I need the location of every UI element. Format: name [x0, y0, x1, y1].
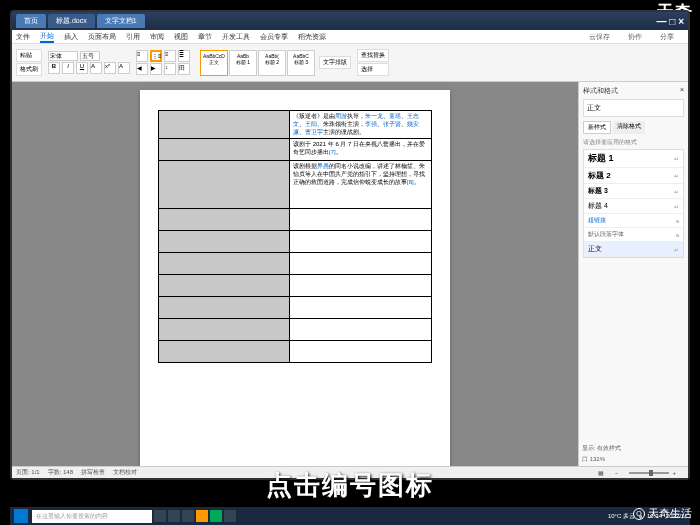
style-item-body[interactable]: 正文↵ — [584, 242, 683, 257]
panel-title: 样式和格式 — [583, 86, 618, 96]
new-style-tab[interactable]: 新样式 — [583, 121, 611, 134]
style-list: 标题 1↵ 标题 2↵ 标题 3↵ 标题 4↵ 超链接a 默认段落字体a 正文↵ — [583, 149, 684, 258]
weather-widget[interactable]: 10°C 多云 — [608, 512, 635, 521]
menu-bar: 文件 开始 插入 页面布局 引用 审阅 视图 章节 开发工具 会员专享 稻壳资源… — [12, 30, 688, 44]
numbering-button[interactable]: ⋮≡ — [150, 50, 162, 62]
align-left-button[interactable]: ≡ — [164, 50, 176, 62]
style-body[interactable]: AaBbCcD正文 — [200, 50, 228, 76]
menu-file[interactable]: 文件 — [16, 32, 30, 42]
taskbar-app-icon[interactable] — [182, 510, 194, 522]
format-painter-button[interactable]: 格式刷 — [16, 63, 42, 76]
text-tool-button[interactable]: 文字排版 — [319, 56, 351, 69]
title-bar: 首页 标题.docx 文字文档1 — □ × — [12, 12, 688, 30]
menu-ref[interactable]: 引用 — [126, 32, 140, 42]
clear-format-tab[interactable]: 清除格式 — [613, 121, 645, 134]
underline-button[interactable]: U — [76, 62, 88, 74]
taskbar-app-icon[interactable] — [210, 510, 222, 522]
share-button[interactable]: 分享 — [660, 32, 674, 42]
style-item-default[interactable]: 默认段落字体a — [584, 228, 683, 242]
cell-r1c2[interactable]: 《叛逆者》是由周游执导，朱一龙、童瑶、王志文、王阳、朱珠领衔主演，李强、张子贤、… — [290, 111, 432, 139]
taskbar-app-icon[interactable] — [196, 510, 208, 522]
menu-addon[interactable]: 稻壳资源 — [298, 32, 326, 42]
menu-view[interactable]: 视图 — [174, 32, 188, 42]
menu-member[interactable]: 会员专享 — [260, 32, 288, 42]
zoom-indicator: 口 132% — [582, 455, 684, 464]
font-select[interactable] — [48, 51, 78, 61]
find-button[interactable]: 查找替换 — [357, 49, 389, 62]
tab-home[interactable]: 首页 — [16, 14, 46, 28]
style-h2[interactable]: AaBb(标题 2 — [258, 50, 286, 76]
taskbar-app-icon[interactable] — [168, 510, 180, 522]
style-item-h4[interactable]: 标题 4↵ — [584, 199, 683, 214]
video-caption: 点击编号图标 — [0, 468, 700, 503]
paste-button[interactable]: 粘贴 — [16, 49, 42, 62]
taskbar-app-icon[interactable] — [224, 510, 236, 522]
tab-doc2[interactable]: 文字文档1 — [97, 14, 145, 28]
bullet-button[interactable]: ≡ — [136, 50, 148, 62]
show-filter[interactable]: 显示: 有效样式 — [582, 444, 684, 453]
menu-dev[interactable]: 开发工具 — [222, 32, 250, 42]
tab-doc1[interactable]: 标题.docx — [48, 14, 95, 28]
italic-button[interactable]: I — [62, 62, 74, 74]
panel-hint: 请选择要应用的格式 — [583, 138, 684, 147]
menu-start[interactable]: 开始 — [40, 31, 54, 43]
ribbon-toolbar: 粘贴 格式刷 B I U A x² A ≡ ⋮≡ ≡ ≣ — [12, 44, 688, 82]
border-button[interactable]: 田 — [178, 63, 190, 75]
doc-table[interactable]: 《叛逆者》是由周游执导，朱一龙、童瑶、王志文、王阳、朱珠领衔主演，李强、张子贤、… — [158, 110, 432, 363]
menu-review[interactable]: 审阅 — [150, 32, 164, 42]
style-h3[interactable]: AaBbC标题 3 — [287, 50, 315, 76]
monitor-frame: 首页 标题.docx 文字文档1 — □ × 文件 开始 插入 页面布局 引用 … — [10, 10, 690, 480]
menu-page[interactable]: 页面布局 — [88, 32, 116, 42]
size-select[interactable] — [80, 51, 100, 61]
current-style-box[interactable]: 正文 — [583, 99, 684, 117]
select-button[interactable]: 选择 — [357, 63, 389, 76]
coop-button[interactable]: 协作 — [628, 32, 642, 42]
color-button[interactable]: A — [118, 62, 130, 74]
strike-button[interactable]: A — [90, 62, 102, 74]
cloud-save-button[interactable]: 云保存 — [589, 32, 610, 42]
style-item-link[interactable]: 超链接a — [584, 214, 683, 228]
styles-panel: 样式和格式× 正文 新样式 清除格式 请选择要应用的格式 标题 1↵ 标题 2↵… — [578, 82, 688, 466]
line-spacing-button[interactable]: ↕ — [164, 63, 176, 75]
cell-r2c2[interactable]: 该剧于 2021 年 6 月 7 日在央视八套播出，并在爱奇艺同步播出[7]。 — [290, 139, 432, 161]
style-gallery: AaBbCcD正文 AaBb标题 1 AaBb(标题 2 AaBbC标题 3 — [200, 50, 315, 76]
start-button[interactable] — [14, 509, 28, 523]
watermark: Q 天奇生活 — [633, 506, 692, 521]
menu-insert[interactable]: 插入 — [64, 32, 78, 42]
taskbar-app-icon[interactable] — [154, 510, 166, 522]
taskbar-search[interactable]: 在这里输入你要搜索的内容 — [32, 510, 152, 523]
panel-close-icon[interactable]: × — [680, 86, 684, 96]
cell-r3c2[interactable]: 该剧根据畀愚的同名小说改编，讲述了林楠笙、朱怡贞等人在中国共产党的指引下，坚持理… — [290, 161, 432, 209]
style-item-h2[interactable]: 标题 2↵ — [584, 168, 683, 184]
indent-inc-button[interactable]: ▶ — [150, 63, 162, 75]
style-item-h1[interactable]: 标题 1↵ — [584, 150, 683, 168]
windows-taskbar: 在这里输入你要搜索的内容 10°C 多云 ∧ 10:34 2022/1/ — [10, 507, 690, 525]
watermark-icon: Q — [633, 508, 645, 520]
super-button[interactable]: x² — [104, 62, 116, 74]
page: 《叛逆者》是由周游执导，朱一龙、童瑶、王志文、王阳、朱珠领衔主演，李强、张子贤、… — [140, 90, 450, 466]
indent-dec-button[interactable]: ◀ — [136, 63, 148, 75]
window-controls[interactable]: — □ × — [657, 16, 684, 27]
style-item-h3[interactable]: 标题 3↵ — [584, 184, 683, 199]
menu-chapter[interactable]: 章节 — [198, 32, 212, 42]
document-canvas[interactable]: 《叛逆者》是由周游执导，朱一龙、童瑶、王志文、王阳、朱珠领衔主演，李强、张子贤、… — [12, 82, 578, 466]
style-h1[interactable]: AaBb标题 1 — [229, 50, 257, 76]
bold-button[interactable]: B — [48, 62, 60, 74]
align-center-button[interactable]: ≣ — [178, 50, 190, 62]
